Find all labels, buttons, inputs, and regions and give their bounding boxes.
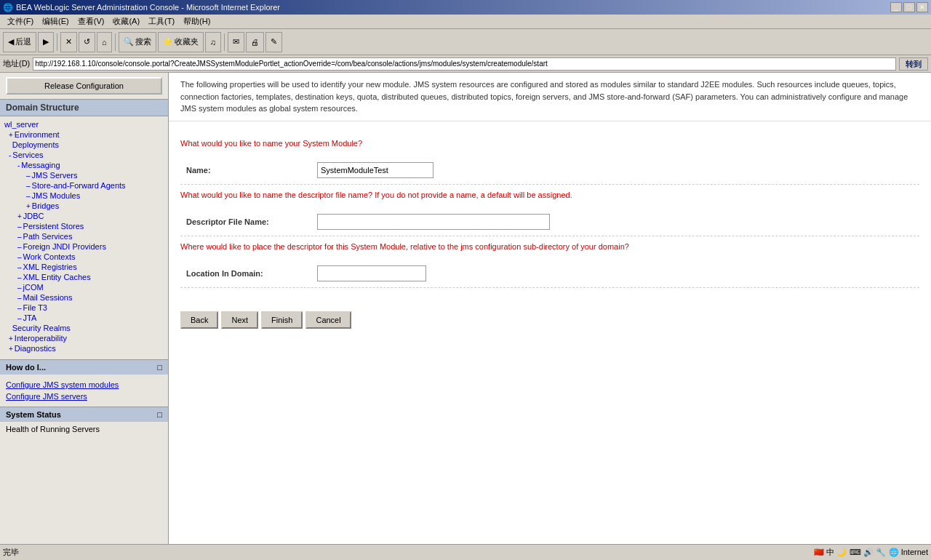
menu-view[interactable]: 查看(V)	[73, 15, 109, 28]
name-input[interactable]	[317, 162, 433, 178]
how-do-i-toggle-icon: □	[157, 363, 162, 372]
back-button[interactable]: Back	[180, 311, 218, 329]
tree-item-store-forward[interactable]: – Store-and-Forward Agents	[0, 180, 168, 191]
system-status-panel: System Status □ Health of Running Server…	[0, 407, 168, 436]
next-button[interactable]: Next	[221, 311, 258, 329]
name-label: Name:	[186, 166, 317, 175]
edit-button[interactable]: ✎	[265, 32, 282, 52]
zone-label: 🌐 Internet	[889, 548, 928, 557]
location-input[interactable]	[317, 265, 426, 281]
tree-item-wl-server[interactable]: wl_server	[0, 119, 168, 129]
descriptor-form-row: Descriptor File Name:	[180, 208, 919, 236]
release-config-button[interactable]: Release Configuration	[6, 77, 162, 95]
jta-icon: –	[17, 314, 22, 322]
print-button[interactable]: 🖨	[246, 32, 264, 52]
persistent-stores-icon: –	[17, 223, 22, 231]
health-running-servers-label: Health of Running Servers	[6, 425, 100, 433]
mail-sessions-icon: –	[17, 294, 22, 302]
descriptor-label: Descriptor File Name:	[186, 217, 317, 226]
system-status-toggle-icon: □	[157, 410, 162, 419]
environment-expand-icon: +	[9, 131, 13, 139]
minimize-btn[interactable]: _	[890, 2, 902, 12]
address-input[interactable]	[33, 57, 896, 71]
tree-item-services[interactable]: - Services	[0, 150, 168, 160]
tree-item-jms-modules[interactable]: – JMS Modules	[0, 191, 168, 201]
cancel-button[interactable]: Cancel	[305, 311, 351, 329]
title-bar: 🌐 BEA WebLogic Server Administration Con…	[0, 0, 931, 15]
search-button[interactable]: 🔍 搜索	[119, 32, 156, 52]
menu-file[interactable]: 文件(F)	[3, 15, 38, 28]
tree-item-work-contexts[interactable]: – Work Contexts	[0, 252, 168, 262]
tree-item-interoperability[interactable]: + Interoperability	[0, 333, 168, 343]
main-layout: Release Configuration Domain Structure w…	[0, 73, 931, 560]
foreign-jndi-icon: –	[17, 243, 22, 251]
tree-item-mail-sessions[interactable]: – Mail Sessions	[0, 292, 168, 303]
page-description: The following properties will be used to…	[169, 73, 931, 121]
media-button[interactable]: ♫	[205, 32, 221, 52]
menu-bar: 文件(F) 编辑(E) 查看(V) 收藏(A) 工具(T) 帮助(H)	[0, 15, 931, 29]
go-button[interactable]: 转到	[899, 57, 928, 71]
deployments-icon	[9, 141, 11, 149]
jcom-icon: –	[17, 284, 22, 292]
jms-modules-icon: –	[26, 192, 31, 200]
status-bar: 完毕 🇨🇳 中 🌙 ⌨ 🔊 🔧 🌐 Internet	[0, 544, 931, 560]
diagnostics-expand-icon: +	[9, 345, 13, 353]
menu-tools[interactable]: 工具(T)	[144, 15, 179, 28]
tree-item-diagnostics[interactable]: + Diagnostics	[0, 343, 168, 353]
tree-item-file-t3[interactable]: – File T3	[0, 303, 168, 313]
tree-item-persistent-stores[interactable]: – Persistent Stores	[0, 221, 168, 231]
tree-item-xml-entity-caches[interactable]: – XML Entity Caches	[0, 272, 168, 282]
work-contexts-icon: –	[17, 253, 22, 261]
favorites-button[interactable]: ⭐ 收藏夹	[158, 32, 204, 52]
window-title: BEA WebLogic Server Administration Conso…	[16, 3, 280, 12]
menu-help[interactable]: 帮助(H)	[179, 15, 215, 28]
interoperability-expand-icon: +	[9, 335, 13, 343]
stop-button[interactable]: ✕	[60, 32, 77, 52]
status-text: 完毕	[3, 547, 814, 558]
menu-favorites[interactable]: 收藏(A)	[108, 15, 144, 28]
store-forward-icon: –	[26, 182, 31, 190]
name-form-row: Name:	[180, 156, 919, 185]
tree-item-messaging[interactable]: - Messaging	[0, 160, 168, 170]
tree-item-environment[interactable]: + Environment	[0, 129, 168, 140]
address-bar: 地址(D) 转到	[0, 55, 931, 73]
system-status-header[interactable]: System Status □	[0, 407, 168, 422]
refresh-button[interactable]: ↺	[79, 32, 95, 52]
tree-item-jdbc[interactable]: + JDBC	[0, 211, 168, 221]
tree-item-path-services[interactable]: – Path Services	[0, 231, 168, 241]
jdbc-expand-icon: +	[17, 212, 22, 220]
app-icon: 🌐	[3, 3, 13, 12]
mail-button[interactable]: ✉	[228, 32, 244, 52]
menu-edit[interactable]: 编辑(E)	[38, 15, 73, 28]
finish-button[interactable]: Finish	[261, 311, 303, 329]
question3-text: Where would like to place the descriptor…	[180, 242, 919, 251]
tree-item-foreign-jndi[interactable]: – Foreign JNDI Providers	[0, 241, 168, 252]
tree-item-jcom[interactable]: – jCOM	[0, 282, 168, 292]
tree-item-bridges[interactable]: + Bridges	[0, 201, 168, 211]
back-button[interactable]: ◀ 后退	[3, 32, 36, 52]
sidebar: Release Configuration Domain Structure w…	[0, 73, 169, 560]
forward-button[interactable]: ▶	[38, 32, 54, 52]
tree-item-jms-servers[interactable]: – JMS Servers	[0, 170, 168, 180]
taskbar-icons: 🇨🇳 中 🌙 ⌨ 🔊 🔧	[814, 547, 885, 558]
how-do-i-link-1[interactable]: Configure JMS system modules	[6, 379, 162, 391]
tree-item-jta[interactable]: – JTA	[0, 313, 168, 323]
tree-item-deployments[interactable]: Deployments	[0, 140, 168, 150]
home-button[interactable]: ⌂	[97, 32, 112, 52]
file-t3-icon: –	[17, 304, 22, 312]
tree-item-security-realms[interactable]: Security Realms	[0, 323, 168, 333]
jms-servers-icon: –	[26, 172, 31, 180]
button-row: Back Next Finish Cancel	[169, 305, 931, 335]
how-do-i-link-2[interactable]: Configure JMS servers	[6, 391, 162, 402]
descriptor-input[interactable]	[317, 214, 550, 230]
close-btn[interactable]: ✕	[916, 2, 928, 12]
location-label: Location In Domain:	[186, 269, 317, 278]
maximize-btn[interactable]: □	[903, 2, 915, 12]
toolbar: ◀ 后退 ▶ ✕ ↺ ⌂ 🔍 搜索 ⭐ 收藏夹 ♫ ✉ 🖨 ✎	[0, 29, 931, 55]
domain-structure-title: Domain Structure	[0, 99, 168, 116]
address-label: 地址(D)	[3, 58, 30, 69]
tree-item-xml-registries[interactable]: – XML Registries	[0, 262, 168, 272]
how-do-i-header[interactable]: How do I... □	[0, 360, 168, 375]
location-form-row: Location In Domain:	[180, 260, 919, 288]
bridges-expand-icon: +	[26, 202, 31, 210]
